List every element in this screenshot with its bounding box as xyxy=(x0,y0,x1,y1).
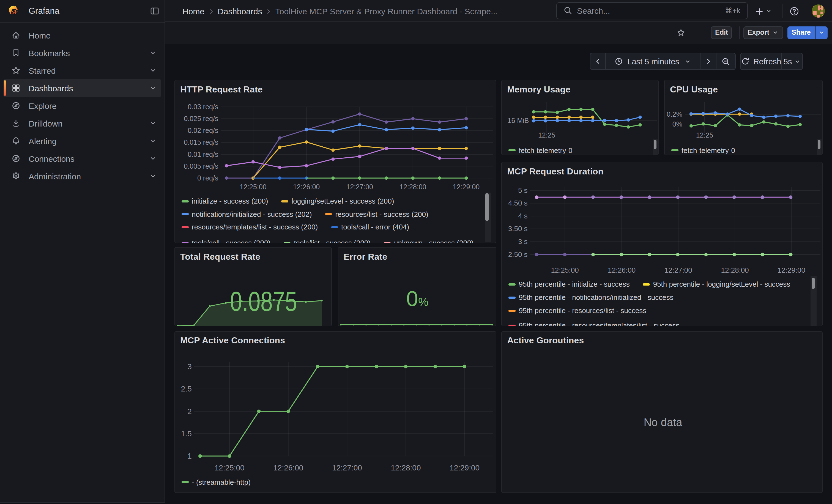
svg-text:1.5: 1.5 xyxy=(181,429,191,438)
svg-text:16 MiB: 16 MiB xyxy=(508,117,529,124)
svg-text:12:27:00: 12:27:00 xyxy=(664,266,692,274)
svg-text:2.50 s: 2.50 s xyxy=(508,250,527,259)
svg-text:0.005 req/s: 0.005 req/s xyxy=(183,162,218,170)
svg-text:12:28:00: 12:28:00 xyxy=(721,266,749,274)
svg-text:12:28:00: 12:28:00 xyxy=(391,463,421,472)
svg-text:3.50 s: 3.50 s xyxy=(508,224,527,233)
svg-text:0.2%: 0.2% xyxy=(666,110,682,118)
svg-text:0.025 req/s: 0.025 req/s xyxy=(183,115,218,123)
svg-text:0.02 req/s: 0.02 req/s xyxy=(187,127,218,134)
svg-text:12:29:00: 12:29:00 xyxy=(452,183,479,191)
svg-text:12:28:00: 12:28:00 xyxy=(399,183,426,191)
svg-text:3: 3 xyxy=(187,362,191,371)
svg-text:12:26:00: 12:26:00 xyxy=(607,266,635,274)
svg-text:2.5: 2.5 xyxy=(181,384,191,393)
svg-text:1: 1 xyxy=(187,452,191,460)
svg-text:0.03 req/s: 0.03 req/s xyxy=(187,103,218,111)
svg-text:4.50 s: 4.50 s xyxy=(508,199,527,207)
svg-text:12:25:00: 12:25:00 xyxy=(239,183,266,191)
svg-text:0 req/s: 0 req/s xyxy=(197,174,218,182)
svg-text:3 s: 3 s xyxy=(518,237,527,246)
svg-text:12:25: 12:25 xyxy=(538,131,555,139)
svg-text:2: 2 xyxy=(187,407,191,416)
svg-text:0%: 0% xyxy=(672,120,682,128)
svg-text:0.01 req/s: 0.01 req/s xyxy=(187,151,218,158)
svg-text:12:27:00: 12:27:00 xyxy=(332,463,362,472)
svg-text:12:25: 12:25 xyxy=(696,131,713,139)
svg-text:12:26:00: 12:26:00 xyxy=(273,463,303,472)
svg-text:12:25:00: 12:25:00 xyxy=(551,266,579,274)
svg-text:12:29:00: 12:29:00 xyxy=(777,266,805,274)
svg-text:12:27:00: 12:27:00 xyxy=(346,183,373,191)
svg-text:4 s: 4 s xyxy=(518,212,527,220)
svg-text:0.015 req/s: 0.015 req/s xyxy=(183,138,218,146)
svg-text:12:29:00: 12:29:00 xyxy=(449,463,479,472)
svg-text:5 s: 5 s xyxy=(518,186,527,194)
svg-text:12:26:00: 12:26:00 xyxy=(293,183,319,191)
svg-text:12:25:00: 12:25:00 xyxy=(214,463,244,472)
